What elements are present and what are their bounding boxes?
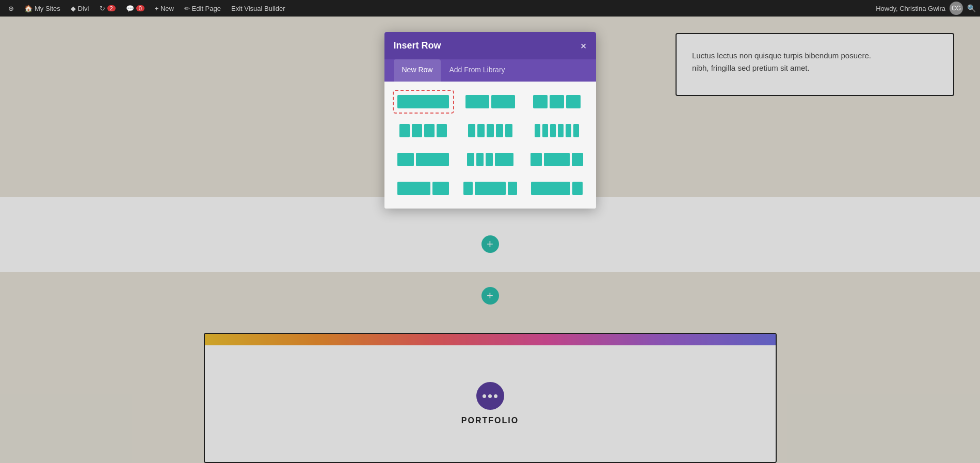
- layout-2-3-1-3[interactable]: [394, 178, 453, 199]
- divi-label: Divi: [78, 5, 89, 12]
- col-block: [566, 95, 581, 108]
- tab-add-from-library-label: Add From Library: [449, 66, 505, 74]
- layout-5col-equal[interactable]: [460, 120, 520, 141]
- layout-2col-equal[interactable]: [460, 91, 520, 113]
- modal-header: Insert Row ×: [384, 32, 596, 59]
- col-block: [508, 182, 517, 195]
- layout-1-3-2-3[interactable]: [394, 149, 453, 170]
- col-block: [468, 124, 475, 137]
- layout-6col-equal[interactable]: [527, 120, 587, 141]
- col-block: [486, 153, 493, 166]
- howdy-text: Howdy, Christina Gwira: [876, 5, 945, 12]
- col-block: [550, 124, 556, 137]
- col-block: [572, 153, 583, 166]
- col-block: [416, 153, 449, 166]
- col-block: [467, 153, 474, 166]
- col-block: [572, 182, 583, 195]
- col-block: [544, 153, 570, 166]
- col-block: [412, 124, 422, 137]
- new-label: + New: [155, 5, 174, 12]
- updates-icon: ↻: [100, 5, 105, 12]
- layout-large-tiny[interactable]: [527, 178, 587, 199]
- col-block: [566, 124, 571, 137]
- layout-1col[interactable]: [394, 91, 453, 113]
- my-sites-icon: 🏠: [24, 5, 33, 12]
- col-block: [463, 182, 473, 195]
- divi-item[interactable]: ◆ Divi: [67, 5, 93, 12]
- col-block: [573, 124, 579, 137]
- updates-item[interactable]: ↻ 2: [95, 5, 120, 12]
- layout-4col-equal[interactable]: [394, 120, 453, 141]
- exit-builder-item[interactable]: Exit Visual Builder: [227, 5, 290, 12]
- col-block: [397, 182, 430, 195]
- admin-bar: ⊕ 🏠 My Sites ◆ Divi ↻ 2 💬 0 + New ✏ Edit…: [0, 0, 980, 17]
- col-block: [487, 124, 494, 137]
- search-icon[interactable]: 🔍: [967, 4, 976, 12]
- edit-page-label: ✏ Edit Page: [184, 5, 221, 12]
- layout-small-xlarge-small[interactable]: [460, 178, 520, 199]
- updates-count: 2: [107, 5, 116, 11]
- col-block: [535, 124, 540, 137]
- tab-new-row[interactable]: New Row: [394, 59, 441, 82]
- divi-icon: ◆: [71, 5, 76, 12]
- wordpress-icon: ⊕: [8, 5, 14, 12]
- col-block: [432, 182, 449, 195]
- col-block: [397, 153, 414, 166]
- col-block: [465, 95, 489, 108]
- modal-body: [384, 82, 596, 209]
- col-block: [437, 124, 447, 137]
- new-item[interactable]: + New: [151, 5, 178, 12]
- col-block: [542, 124, 548, 137]
- col-block: [531, 182, 570, 195]
- col-block: [550, 95, 564, 108]
- col-block: [399, 124, 410, 137]
- col-block: [424, 124, 435, 137]
- col-block: [533, 95, 548, 108]
- col-block: [477, 124, 485, 137]
- layout-3col-equal[interactable]: [527, 91, 587, 113]
- tab-new-row-label: New Row: [402, 66, 433, 74]
- insert-row-modal: Insert Row × New Row Add From Library: [384, 32, 596, 209]
- col-block: [558, 124, 564, 137]
- layout-small-large-small[interactable]: [527, 149, 587, 170]
- layout-4mixed[interactable]: [460, 149, 520, 170]
- my-sites-item[interactable]: 🏠 My Sites: [20, 5, 65, 12]
- avatar[interactable]: CG: [950, 2, 963, 15]
- col-block: [475, 182, 506, 195]
- modal-tabs: New Row Add From Library: [384, 59, 596, 82]
- modal-title: Insert Row: [394, 40, 441, 51]
- col-block: [397, 95, 449, 108]
- comments-icon: 💬: [126, 5, 134, 12]
- edit-page-item[interactable]: ✏ Edit Page: [180, 5, 225, 12]
- exit-builder-label: Exit Visual Builder: [231, 5, 285, 12]
- comments-count: 0: [136, 5, 144, 11]
- my-sites-label: My Sites: [35, 5, 60, 12]
- layout-grid: [394, 91, 587, 199]
- modal-close-button[interactable]: ×: [581, 41, 587, 51]
- col-block: [496, 124, 503, 137]
- col-block: [491, 95, 515, 108]
- col-block: [531, 153, 542, 166]
- wordpress-icon-item[interactable]: ⊕: [4, 5, 18, 12]
- col-block: [495, 153, 513, 166]
- tab-add-from-library[interactable]: Add From Library: [441, 59, 513, 82]
- col-block: [476, 153, 484, 166]
- col-block: [505, 124, 512, 137]
- comments-item[interactable]: 💬 0: [122, 5, 149, 12]
